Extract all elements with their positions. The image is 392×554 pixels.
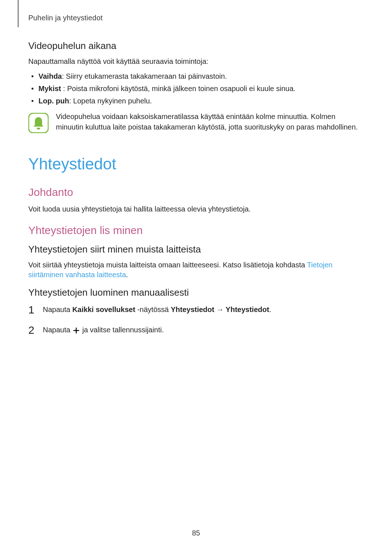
list-item: Mykist : Poista mikrofoni käytöstä, mink… — [38, 83, 364, 94]
heading-add-contacts: Yhteystietojen lis minen — [28, 224, 364, 237]
step2-pre: Napauta — [43, 326, 72, 334]
note-block: Videopuhelua voidaan kaksoiskameratilass… — [28, 111, 364, 133]
step-2: Napauta ja valitse tallennussijainti. — [28, 324, 364, 336]
manual-steps: Napauta Kaikki sovellukset -näytössä Yht… — [28, 303, 364, 336]
bullet-rest: : Siirry etukamerasta takakameraan tai p… — [62, 72, 227, 80]
step1-bold2: Yhteystiedot — [171, 305, 214, 313]
step1-end: . — [269, 305, 271, 313]
step1-bold1: Kaikki sovellukset — [72, 305, 135, 313]
bullet-rest: : Poista mikrofoni käytöstä, minkä jälke… — [61, 85, 295, 93]
step1-bold3: Yhteystiedot — [226, 305, 269, 313]
heading-transfer: Yhteystietojen siirt minen muista laitte… — [28, 244, 364, 255]
step2-post: ja valitse tallennussijainti. — [80, 326, 164, 334]
step1-mid: -näytössä — [135, 305, 171, 313]
step1-pre: Napauta — [43, 305, 72, 313]
heading-manual: Yhteystietojen luominen manuaalisesti — [28, 287, 364, 298]
bell-icon — [28, 113, 49, 133]
page-number: 85 — [0, 529, 392, 537]
page-content: Puhelin ja yhteystiedot Videopuhelun aik… — [0, 0, 392, 336]
transfer-pre: Voit siirtää yhteystietoja muista laitte… — [28, 261, 307, 269]
intro-text: Voit luoda uusia yhteystietoja tai halli… — [28, 204, 364, 214]
bullet-label: Lop. puh — [38, 97, 69, 105]
bullet-rest: : Lopeta nykyinen puhelu. — [69, 97, 152, 105]
list-item: Lop. puh: Lopeta nykyinen puhelu. — [38, 95, 364, 106]
heading-intro: Johdanto — [28, 186, 364, 198]
heading-video-call: Videopuhelun aikana — [28, 40, 364, 52]
note-text: Videopuhelua voidaan kaksoiskameratilass… — [56, 111, 364, 132]
step1-arrow: → — [214, 305, 225, 313]
bullet-label: Vaihda — [38, 72, 62, 80]
list-item: Vaihda: Siirry etukamerasta takakameraan… — [38, 71, 364, 82]
bullet-label: Mykist — [38, 85, 61, 93]
video-call-bullets: Vaihda: Siirry etukamerasta takakameraan… — [28, 71, 364, 106]
transfer-text: Voit siirtää yhteystietoja muista laitte… — [28, 260, 364, 280]
breadcrumb: Puhelin ja yhteystiedot — [28, 14, 364, 22]
heading-contacts: Yhteystiedot — [28, 155, 364, 173]
plus-icon — [73, 327, 79, 334]
transfer-post: . — [126, 271, 128, 279]
header-side-rule — [18, 0, 19, 27]
step-1: Napauta Kaikki sovellukset -näytössä Yht… — [28, 303, 364, 316]
video-call-intro: Napauttamalla näyttöä voit käyttää seura… — [28, 57, 364, 66]
